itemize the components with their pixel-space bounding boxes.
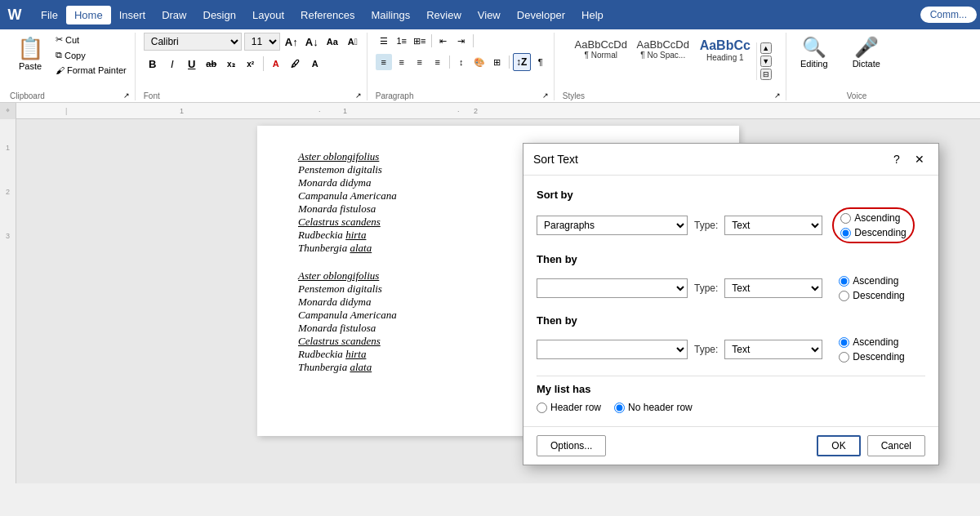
options-button[interactable]: Options... (537, 435, 606, 456)
copy-button[interactable]: ⧉ Copy (52, 48, 130, 62)
ribbon-content: 📋 Paste ✂ Cut ⧉ Copy 🖌 Format Painter C (0, 29, 980, 103)
styles-label: Styles (563, 90, 585, 100)
cancel-button[interactable]: Cancel (867, 435, 925, 456)
sort-order-2-group: Ascending Descending (832, 272, 911, 305)
cut-button[interactable]: ✂ Cut (52, 33, 130, 47)
align-left-button[interactable]: ≡ (376, 54, 392, 70)
descending-3-label[interactable]: Descending (839, 351, 904, 363)
numbering-button[interactable]: 1≡ (394, 33, 410, 49)
paste-icon: 📋 (17, 36, 43, 61)
font-label: Font (144, 90, 160, 100)
menu-item-review[interactable]: Review (418, 6, 470, 24)
bullets-button[interactable]: ☰ (376, 33, 392, 49)
paragraph-expand-icon[interactable]: ↗ (542, 91, 549, 100)
bold-button[interactable]: B (144, 55, 162, 73)
header-row-label[interactable]: Header row (537, 402, 601, 413)
menu-item-file[interactable]: File (33, 6, 66, 24)
font-name-select[interactable]: Calibri (144, 33, 242, 51)
show-formatting-button[interactable]: ¶ (532, 54, 549, 70)
menu-item-mailings[interactable]: Mailings (363, 6, 419, 24)
style-heading1[interactable]: AaBbCc Heading 1 (696, 34, 755, 88)
then-by-2-select[interactable] (537, 340, 688, 359)
ok-button[interactable]: OK (817, 435, 860, 456)
then-by-1-type-select[interactable]: Text (724, 278, 822, 298)
align-center-button[interactable]: ≡ (394, 54, 410, 70)
no-header-row-radio[interactable] (614, 403, 625, 413)
dialog-footer: Options... OK Cancel (523, 426, 938, 465)
ascending-2-label[interactable]: Ascending (839, 275, 904, 287)
no-header-row-label[interactable]: No header row (614, 402, 693, 413)
descending-1-label[interactable]: Descending (840, 227, 906, 238)
style-normal[interactable]: AaBbCcDd ¶ Normal (572, 34, 630, 88)
grow-font-button[interactable]: A↑ (283, 33, 301, 51)
ruler-mark-3: 3 (6, 232, 10, 240)
superscript-button[interactable]: x² (242, 55, 260, 73)
comm-button[interactable]: Comm... (920, 7, 977, 23)
descending-2-label[interactable]: Descending (839, 290, 904, 301)
font-expand-icon[interactable]: ↗ (355, 91, 362, 100)
shading-button[interactable]: A (306, 55, 324, 73)
justify-button[interactable]: ≡ (430, 54, 446, 70)
style-scroll-down[interactable]: ▼ (760, 56, 772, 67)
descending-3-radio[interactable] (839, 352, 849, 363)
descending-1-radio[interactable] (840, 228, 851, 238)
header-row-radio[interactable] (537, 403, 547, 413)
editing-button[interactable]: 🔍 Editing (797, 33, 831, 72)
decrease-indent-button[interactable]: ⇤ (435, 33, 452, 49)
font-color-button[interactable]: A (267, 55, 285, 73)
borders-button[interactable]: ⊞ (489, 54, 506, 70)
sort-button[interactable]: ↕Z (513, 53, 531, 71)
font-size-select[interactable]: 11 (244, 33, 280, 51)
then-by-1-select[interactable] (537, 278, 688, 298)
clipboard-group: 📋 Paste ✂ Cut ⧉ Copy 🖌 Format Painter C (5, 33, 136, 100)
dialog-help-button[interactable]: ? (888, 150, 906, 168)
styles-expand-icon[interactable]: ↗ (774, 91, 781, 100)
style-expand[interactable]: ⊟ (760, 69, 772, 80)
menu-item-design[interactable]: Design (195, 6, 244, 24)
voice-group: 🔍 Editing (790, 33, 839, 100)
then-by-2-type-select[interactable]: Text (724, 340, 822, 359)
dialog-close-button[interactable]: ✕ (911, 150, 929, 168)
paste-button[interactable]: 📋 Paste (10, 33, 51, 74)
underline-button[interactable]: U (183, 55, 201, 73)
format-painter-button[interactable]: 🖌 Format Painter (52, 64, 130, 77)
style-scroll-up[interactable]: ▲ (760, 42, 772, 54)
line-spacing-button[interactable]: ↕ (453, 54, 470, 70)
dictate-label: Dictate (853, 59, 880, 69)
shading-para-button[interactable]: 🎨 (471, 54, 488, 70)
dialog-body: Sort by Paragraphs Type: Text Ascending (523, 176, 938, 426)
clipboard-expand-icon[interactable]: ↗ (123, 91, 130, 100)
sort-by-select[interactable]: Paragraphs (537, 216, 688, 235)
align-right-button[interactable]: ≡ (412, 54, 428, 70)
ascending-1-radio[interactable] (840, 213, 851, 224)
sort-by-type-select[interactable]: Text (724, 216, 822, 235)
menu-item-layout[interactable]: Layout (244, 6, 292, 24)
menu-item-developer[interactable]: Developer (509, 6, 573, 24)
menu-item-help[interactable]: Help (573, 6, 612, 24)
menu-item-references[interactable]: References (292, 6, 363, 24)
menu-item-draw[interactable]: Draw (154, 6, 194, 24)
menu-item-insert[interactable]: Insert (111, 6, 154, 24)
ascending-3-radio[interactable] (839, 337, 849, 348)
strikethrough-button[interactable]: ab (203, 55, 220, 73)
menu-item-view[interactable]: View (470, 6, 509, 24)
menu-item-home[interactable]: Home (66, 6, 111, 24)
shrink-font-button[interactable]: A↓ (303, 33, 321, 51)
styles-group: AaBbCcDd ¶ Normal AaBbCcDd ¶ No Spac... … (558, 33, 786, 100)
subscript-button[interactable]: x₂ (222, 55, 240, 73)
ascending-3-label[interactable]: Ascending (839, 336, 904, 348)
ascending-1-label[interactable]: Ascending (840, 212, 906, 224)
change-case-button[interactable]: Aa (323, 33, 341, 51)
italic-button[interactable]: I (163, 55, 181, 73)
ascending-2-radio[interactable] (839, 276, 849, 287)
increase-indent-button[interactable]: ⇥ (453, 33, 470, 49)
sort-by-row: Paragraphs Type: Text Ascending Desce (537, 207, 925, 243)
dictate-button[interactable]: 🎤 Dictate (849, 33, 884, 72)
sort-by-section: Sort by Paragraphs Type: Text Ascending (537, 189, 925, 243)
highlight-button[interactable]: 🖊 (287, 55, 305, 73)
style-no-space[interactable]: AaBbCcDd ¶ No Spac... (634, 34, 693, 88)
descending-2-radio[interactable] (839, 291, 849, 301)
clear-formatting-button[interactable]: A⃝ (344, 33, 362, 51)
sort-by-label: Sort by (537, 189, 925, 201)
multilevel-button[interactable]: ⊞≡ (412, 33, 428, 49)
